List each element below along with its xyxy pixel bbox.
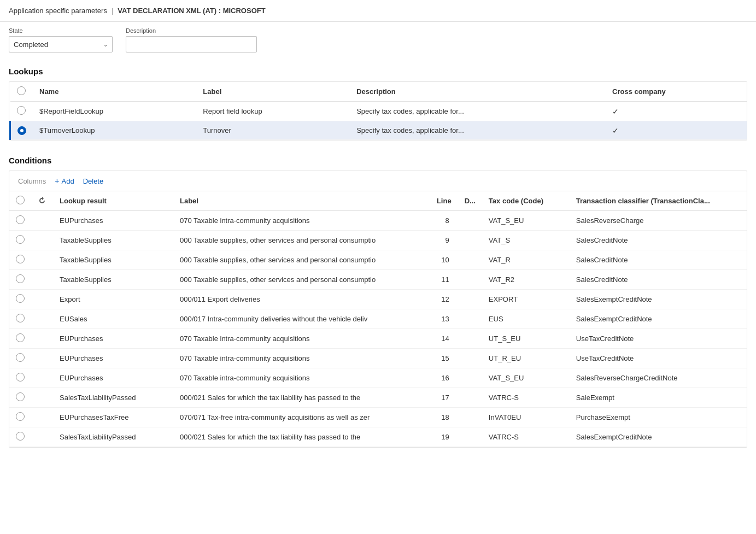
cond-row-indicator	[31, 250, 53, 270]
cond-row-select[interactable]	[9, 290, 31, 309]
cond-row-tax-code: VATRC-S	[482, 427, 570, 447]
cond-radio[interactable]	[16, 373, 25, 382]
cond-row-label: 000 Taxable supplies, other services and…	[173, 250, 425, 270]
cond-row-d	[458, 309, 482, 329]
cond-select-all-radio[interactable]	[16, 196, 25, 204]
cond-row-tax-code: UT_R_EU	[482, 349, 570, 368]
cond-row-select[interactable]	[9, 250, 31, 270]
lookup-row-description: Specify tax codes, applicable for...	[350, 102, 606, 121]
cond-radio[interactable]	[16, 353, 25, 362]
cond-radio[interactable]	[16, 235, 25, 244]
cond-radio[interactable]	[16, 215, 25, 224]
lookup-row[interactable]: $ReportFieldLookup Report field lookup S…	[10, 102, 747, 121]
lookup-select-all-radio[interactable]	[17, 86, 26, 95]
cond-row-label: 070 Taxable intra-community acquisitions	[173, 368, 425, 388]
cond-row-select[interactable]	[9, 270, 31, 290]
cond-row-tax-code: EUS	[482, 309, 570, 329]
cond-row-indicator	[31, 290, 53, 309]
cond-row-transaction-classifier: SalesExemptCreditNote	[570, 309, 747, 329]
cond-row-transaction-classifier: SalesCreditNote	[570, 231, 747, 250]
cond-row-d	[458, 388, 482, 408]
plus-icon: +	[55, 177, 59, 185]
cond-radio[interactable]	[16, 255, 25, 263]
cond-row-label: 070 Taxable intra-community acquisitions	[173, 349, 425, 368]
cond-row-line: 12	[425, 290, 458, 309]
description-label: Description	[126, 27, 257, 34]
cond-row-transaction-classifier: UseTaxCreditNote	[570, 349, 747, 368]
cond-radio[interactable]	[16, 333, 25, 342]
cond-row-select[interactable]	[9, 349, 31, 368]
lookups-col-cross-company: Cross company	[606, 82, 747, 102]
cond-row-select[interactable]	[9, 309, 31, 329]
condition-row[interactable]: TaxableSupplies 000 Taxable supplies, ot…	[9, 250, 747, 270]
cond-radio[interactable]	[16, 314, 25, 322]
add-button[interactable]: + Add	[55, 177, 74, 185]
condition-row[interactable]: EUPurchases 070 Taxable intra-community …	[9, 211, 747, 231]
cond-row-transaction-classifier: SalesReverseCharge	[570, 211, 747, 231]
cond-radio[interactable]	[16, 294, 25, 303]
cond-row-label: 070 Taxable intra-community acquisitions	[173, 211, 425, 231]
cond-row-line: 10	[425, 250, 458, 270]
cond-row-d	[458, 231, 482, 250]
lookup-radio[interactable]	[17, 126, 26, 135]
cond-row-select[interactable]	[9, 427, 31, 447]
cond-row-transaction-classifier: SaleExempt	[570, 388, 747, 408]
conditions-title: Conditions	[0, 149, 756, 171]
cond-row-line: 19	[425, 427, 458, 447]
lookup-row-select[interactable]	[10, 102, 33, 121]
cond-row-tax-code: UT_S_EU	[482, 329, 570, 349]
condition-row[interactable]: EUPurchases 070 Taxable intra-community …	[9, 368, 747, 388]
condition-row[interactable]: TaxableSupplies 000 Taxable supplies, ot…	[9, 231, 747, 250]
cond-row-indicator	[31, 270, 53, 290]
add-label: Add	[61, 177, 74, 185]
cond-radio[interactable]	[16, 432, 25, 441]
cond-row-select[interactable]	[9, 368, 31, 388]
condition-row[interactable]: SalesTaxLiabilityPassed 000/021 Sales fo…	[9, 427, 747, 447]
condition-row[interactable]: Export 000/011 Export deliveries 12 EXPO…	[9, 290, 747, 309]
lookup-row[interactable]: $TurnoverLookup Turnover Specify tax cod…	[10, 121, 747, 140]
condition-row[interactable]: EUPurchasesTaxFree 070/071 Tax-free intr…	[9, 408, 747, 427]
state-label: State	[9, 27, 113, 34]
cond-row-indicator	[31, 368, 53, 388]
condition-row[interactable]: EUSales 000/017 Intra-community deliveri…	[9, 309, 747, 329]
cond-radio[interactable]	[16, 412, 25, 421]
cond-radio[interactable]	[16, 274, 25, 283]
cond-row-indicator	[31, 231, 53, 250]
cond-row-tax-code: VAT_S_EU	[482, 211, 570, 231]
cond-row-label: 000/011 Export deliveries	[173, 290, 425, 309]
lookup-row-label: Report field lookup	[196, 102, 350, 121]
cond-row-indicator	[31, 211, 53, 231]
cond-row-lookup-result: Export	[53, 290, 173, 309]
cond-row-select[interactable]	[9, 388, 31, 408]
cond-row-select[interactable]	[9, 231, 31, 250]
delete-button[interactable]: Delete	[83, 177, 104, 185]
state-select[interactable]: Completed ⌄	[9, 36, 113, 52]
condition-row[interactable]: SalesTaxLiabilityPassed 000/021 Sales fo…	[9, 388, 747, 408]
cond-row-line: 8	[425, 211, 458, 231]
lookup-row-select[interactable]	[10, 121, 33, 140]
cond-row-lookup-result: TaxableSupplies	[53, 250, 173, 270]
cond-row-indicator	[31, 427, 53, 447]
lookup-radio[interactable]	[17, 106, 26, 115]
state-value: Completed	[14, 40, 48, 49]
cond-row-line: 17	[425, 388, 458, 408]
cond-radio[interactable]	[16, 392, 25, 401]
conditions-toolbar: Columns + Add Delete	[9, 171, 747, 191]
cond-row-select[interactable]	[9, 329, 31, 349]
cond-row-label: 070/071 Tax-free intra-community acquisi…	[173, 408, 425, 427]
cond-row-select[interactable]	[9, 408, 31, 427]
delete-label: Delete	[83, 177, 104, 185]
lookups-col-description: Description	[350, 82, 606, 102]
separator: |	[112, 7, 113, 15]
refresh-icon[interactable]	[38, 196, 46, 205]
cond-row-tax-code: VAT_R2	[482, 270, 570, 290]
condition-row[interactable]: EUPurchases 070 Taxable intra-community …	[9, 349, 747, 368]
condition-row[interactable]: EUPurchases 070 Taxable intra-community …	[9, 329, 747, 349]
description-field-group: Description	[126, 27, 257, 52]
page-header: Application specific parameters | VAT DE…	[0, 0, 756, 22]
condition-row[interactable]: TaxableSupplies 000 Taxable supplies, ot…	[9, 270, 747, 290]
cond-row-select[interactable]	[9, 211, 31, 231]
cond-col-line: Line	[425, 191, 458, 211]
controls-bar: State Completed ⌄ Description	[0, 22, 756, 60]
description-input[interactable]	[126, 36, 257, 52]
